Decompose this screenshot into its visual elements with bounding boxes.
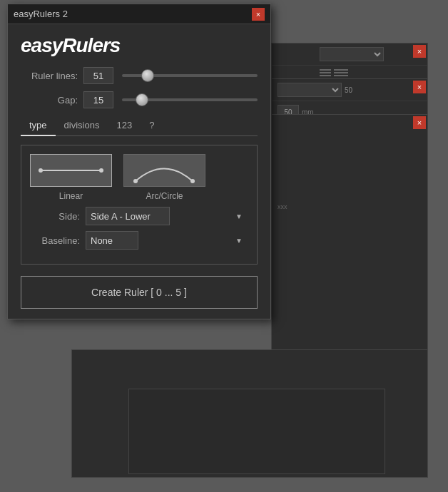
linear-preview xyxy=(30,154,112,187)
gap-slider-thumb[interactable] xyxy=(136,93,148,106)
tab-bar: type divisions 123 ? xyxy=(21,116,258,136)
ruler-option-linear[interactable]: Linear xyxy=(30,154,112,201)
side-label: Side: xyxy=(30,211,80,222)
gap-slider-track[interactable] xyxy=(122,98,258,101)
ruler-options: Linear Arc/Circle xyxy=(30,154,248,201)
svg-point-0 xyxy=(133,179,138,183)
bg-row-1 xyxy=(272,43,427,66)
linear-line xyxy=(39,170,103,171)
logo-easy: easy xyxy=(21,34,62,56)
tab-divisions[interactable]: divisions xyxy=(56,116,108,136)
baseline-row: Baseline: None Top Middle Bottom ▼ xyxy=(30,231,248,250)
type-content-area: Linear Arc/Circle xyxy=(21,145,258,265)
bg-bottom-inner-panel xyxy=(128,389,385,474)
bg-close-2[interactable]: × xyxy=(413,81,426,93)
gap-label: Gap: xyxy=(21,95,78,106)
linear-dot-right xyxy=(99,168,103,173)
window-close-button[interactable]: × xyxy=(252,8,265,21)
logo-rulers: Rulers xyxy=(62,34,120,56)
arc-shape xyxy=(132,156,196,185)
ruler-lines-row: Ruler lines: xyxy=(21,67,258,84)
main-dialog: easyRulers 2 × easyRulers Ruler lines: G… xyxy=(7,4,271,319)
linear-dot-left xyxy=(39,168,43,173)
bg-dropdown-2[interactable] xyxy=(278,83,342,97)
bg-close-3[interactable]: × xyxy=(413,116,426,129)
tab-type[interactable]: type xyxy=(21,116,56,136)
logo-area: easyRulers xyxy=(21,34,258,57)
gap-row: Gap: xyxy=(21,91,258,108)
tab-help[interactable]: ? xyxy=(141,116,163,136)
side-dropdown-arrow: ▼ xyxy=(235,212,243,220)
baseline-dropdown-arrow: ▼ xyxy=(235,237,243,245)
arc-label: Arc/Circle xyxy=(146,191,183,201)
baseline-dropdown-wrapper: None Top Middle Bottom ▼ xyxy=(86,231,248,250)
ruler-lines-slider-track[interactable] xyxy=(122,74,258,77)
baseline-label: Baseline: xyxy=(30,235,80,246)
tab-123[interactable]: 123 xyxy=(108,116,141,136)
create-ruler-button[interactable]: Create Ruler [ 0 ... 5 ] xyxy=(21,276,258,309)
gap-input[interactable] xyxy=(83,91,113,108)
ruler-lines-slider-thumb[interactable] xyxy=(141,69,154,82)
side-dropdown-wrapper: Side A - Lower Side A - Upper Side B - L… xyxy=(86,207,248,225)
title-bar: easyRulers 2 × xyxy=(8,4,270,24)
side-row: Side: Side A - Lower Side A - Upper Side… xyxy=(30,207,248,225)
ruler-lines-input[interactable] xyxy=(83,67,113,84)
bg-close-1[interactable]: × xyxy=(413,45,426,58)
side-dropdown[interactable]: Side A - Lower Side A - Upper Side B - L… xyxy=(86,207,170,225)
arc-svg xyxy=(132,156,196,185)
window-title: easyRulers 2 xyxy=(14,9,68,19)
ruler-option-arc[interactable]: Arc/Circle xyxy=(123,154,205,201)
baseline-dropdown[interactable]: None Top Middle Bottom xyxy=(86,231,138,250)
logo: easyRulers xyxy=(21,34,120,56)
svg-point-1 xyxy=(190,179,195,183)
arc-preview xyxy=(123,154,205,187)
bg-row-3: 50 xyxy=(272,79,427,101)
linear-label: Linear xyxy=(59,191,83,201)
bg-dropdown-1[interactable] xyxy=(320,47,384,61)
dialog-body: easyRulers Ruler lines: Gap: type divisi… xyxy=(8,24,270,319)
ruler-lines-label: Ruler lines: xyxy=(21,71,78,81)
